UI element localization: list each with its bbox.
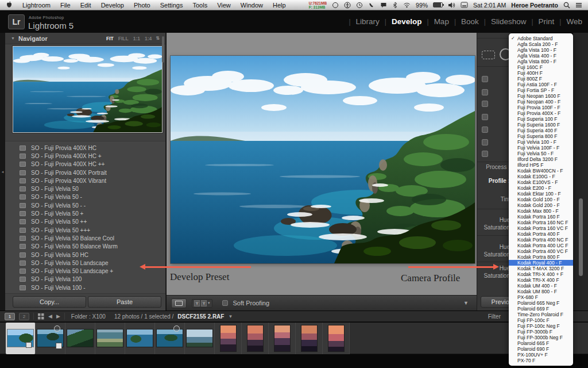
filmstrip-thumbnail[interactable] xyxy=(36,323,65,354)
camera-profile-menu-item[interactable]: Polaroid 665 F xyxy=(509,340,573,346)
navigator-zoom-option[interactable]: FIT xyxy=(106,36,114,41)
camera-profile-menu-item[interactable]: Kodak BW400CN - F xyxy=(509,168,573,174)
camera-profile-menu-item[interactable]: Fuji FP-3000b F xyxy=(509,329,573,335)
camera-profile-menu-item[interactable]: Agfa Vista 400 - F xyxy=(509,53,573,59)
camera-profile-menu-item[interactable]: Ilford Delta 3200 F xyxy=(509,156,573,162)
camera-profile-menu-item[interactable]: Kodak UM 400 - F xyxy=(509,283,573,289)
camera-profile-menu-item[interactable]: Polaroid 690 F xyxy=(509,346,573,352)
phone-icon[interactable] xyxy=(368,2,375,9)
camera-profile-menu-item[interactable]: Fuji 160C F xyxy=(509,64,573,70)
filmstrip-thumbnail[interactable] xyxy=(215,323,242,354)
menubar-item[interactable]: View xyxy=(217,2,231,9)
navigator-zoom-option[interactable]: 1:1 xyxy=(133,36,140,41)
camera-profile-menu-item[interactable]: Time-Zero Polaroid F xyxy=(509,312,573,317)
before-after-button[interactable]: Y Y ▾ xyxy=(192,299,212,308)
camera-profile-menu-item[interactable]: Kodak Portra 160 F xyxy=(509,214,573,220)
navigator-header[interactable]: ▼ Navigator FITFILL1:11:4 ⇅ xyxy=(5,33,165,44)
folder-breadcrumb[interactable]: Folder : X100 xyxy=(71,313,106,320)
navigator-zoom-option[interactable]: FILL xyxy=(118,36,129,41)
menubar-item[interactable]: Lightroom xyxy=(22,2,51,9)
camera-profile-menu-item[interactable]: Polaroid 665 Neg F xyxy=(509,300,573,306)
camera-profile-menu-item[interactable]: Fuji Superia 1600 F xyxy=(509,122,573,128)
next-photo-arrow-icon[interactable]: ▶ xyxy=(56,313,60,319)
preset-item[interactable]: SO - Fuji Provia 400X Vibrant xyxy=(5,177,165,185)
paste-button[interactable]: Paste xyxy=(88,296,161,308)
module-tab[interactable]: | Library xyxy=(343,17,379,26)
module-tab[interactable]: | Web xyxy=(554,17,582,26)
navigator-preview[interactable] xyxy=(13,46,163,133)
presets-scrollbar[interactable] xyxy=(162,36,164,63)
camera-profile-menu-item[interactable]: Fuji Fortia SP - F xyxy=(509,87,573,93)
camera-profile-menu-item[interactable]: Agfa Vista 100 - F xyxy=(509,47,573,53)
camera-profile-menu-item[interactable]: Kodak E100G - F xyxy=(509,174,573,179)
camera-profile-menu-item[interactable]: Polaroid 669 F xyxy=(509,306,573,312)
camera-profile-menu-item[interactable]: Kodak T-MAX 3200 F xyxy=(509,266,573,271)
adjustment-row-icon[interactable] xyxy=(482,151,488,157)
camera-profile-menu-item[interactable]: Fuji FP-100c Neg F xyxy=(509,323,573,329)
module-tab[interactable]: | Book xyxy=(449,17,479,26)
camera-profile-menu-item[interactable]: Kodak TRI-X 400 F xyxy=(509,277,573,283)
menubar-item[interactable]: Develop xyxy=(101,2,124,9)
module-tab[interactable]: | Print xyxy=(526,17,554,26)
left-panel-collapse-strip[interactable]: ◂ xyxy=(0,33,5,310)
main-photo[interactable] xyxy=(171,56,475,263)
preset-item[interactable]: SO - Fuji Velvia 100 - xyxy=(5,283,165,292)
camera-profile-menu-item[interactable]: Ilford HP5 F xyxy=(509,162,573,168)
accessibility-icon[interactable] xyxy=(344,2,351,9)
preset-item[interactable]: SO - Fuji Velvia 50 + xyxy=(5,209,165,217)
camera-profile-menu-item[interactable]: Kodak Portra 400 F xyxy=(509,231,573,237)
camera-profile-menu-item[interactable]: Agfa Scala 200 - F xyxy=(509,41,573,47)
collapse-triangle-icon[interactable]: ▼ xyxy=(11,36,15,40)
camera-profile-menu-item[interactable]: Kodak Gold 200 - F xyxy=(509,202,573,208)
preset-item[interactable]: SO - Fuji Velvia 50 HC xyxy=(5,251,165,259)
filmstrip-thumbnail[interactable] xyxy=(185,323,215,354)
preset-item[interactable]: SO - Fuji Velvia 50 - xyxy=(5,193,165,201)
camera-profile-menu-item[interactable]: Fuji Superia 400 F xyxy=(509,128,573,133)
user-menu[interactable]: Heroe Poetranto xyxy=(511,2,558,9)
camera-profile-menu-item[interactable]: Kodak Portra 160 VC F xyxy=(509,225,573,231)
adjustment-row-icon[interactable] xyxy=(482,114,488,120)
camera-profile-menu-item[interactable]: Kodak Royal 400 - F xyxy=(509,260,573,266)
notification-center-icon[interactable] xyxy=(575,2,582,8)
camera-profile-menu-item[interactable]: Fuji Provia 400X - F xyxy=(509,110,573,116)
module-tab[interactable]: | Slideshow xyxy=(479,17,527,26)
camera-profile-menu-item[interactable]: Fuji FP-3000b Neg F xyxy=(509,335,573,340)
menubar-item[interactable]: File xyxy=(60,2,71,9)
camera-profile-menu-item[interactable]: Kodak E200 - F xyxy=(509,185,573,191)
memory-meter[interactable]: U:7621MB F: 313MB xyxy=(309,1,327,9)
filmstrip-thumbnail[interactable] xyxy=(6,323,36,354)
camera-profile-menu-item[interactable]: Fuji 400H F xyxy=(509,70,573,76)
messages-icon[interactable] xyxy=(380,2,387,9)
camera-profile-menu-item[interactable]: Fuji FP-100c F xyxy=(509,317,573,323)
adjustment-row-icon[interactable] xyxy=(482,139,488,145)
navigator-zoom-option[interactable]: 1:4 xyxy=(145,36,152,41)
adjustment-row-icon[interactable] xyxy=(482,89,488,95)
camera-profile-menu-item[interactable]: Fuji Provia 100F - F xyxy=(509,105,573,110)
crop-tool-icon[interactable] xyxy=(482,51,495,59)
camera-profile-menu-item[interactable]: PX-100UV+ F xyxy=(509,352,573,358)
filmstrip-thumbnail[interactable] xyxy=(95,323,125,354)
menubar-item[interactable]: Tools xyxy=(192,2,207,9)
camera-profile-menu-item[interactable]: PX-680 F xyxy=(509,294,573,300)
preset-item[interactable]: SO - Fuji Provia 400X HC xyxy=(5,144,165,152)
preset-item[interactable]: SO - Fuji Velvia 50 +++ xyxy=(5,226,165,234)
adjustment-row-icon[interactable] xyxy=(482,126,488,133)
volume-icon[interactable] xyxy=(448,2,455,9)
adjustment-row-icon[interactable] xyxy=(482,101,488,107)
toolbar-options-caret-icon[interactable]: ▼ xyxy=(463,300,472,306)
filmstrip-thumbnail[interactable] xyxy=(269,323,296,354)
camera-profile-menu-item[interactable]: Fuji Astia 100F - F xyxy=(509,82,573,87)
menubar-item[interactable]: Photo xyxy=(134,2,150,9)
preset-item[interactable]: SO - Fuji Velvia 100 xyxy=(5,275,165,283)
camera-profile-menu-item[interactable]: Kodak Portra 800 F xyxy=(509,254,573,260)
loupe-view-button[interactable] xyxy=(171,298,187,308)
camera-profile-menu-item[interactable]: Kodak TRI-X 400 + F xyxy=(509,271,573,277)
filter-label[interactable]: Filter xyxy=(488,313,501,320)
camera-profile-menu-item[interactable]: PX-70 F xyxy=(509,358,573,363)
filmstrip-thumbnail[interactable] xyxy=(65,323,95,354)
filmstrip-thumbnail[interactable] xyxy=(323,323,350,354)
camera-profile-menu-item[interactable]: Fuji Velvia 100 - F xyxy=(509,139,573,145)
camera-profile-menu-item[interactable]: Kodak Gold 100 - F xyxy=(509,197,573,202)
camera-profile-menu-item[interactable]: Fuji Velvia 50 - F xyxy=(509,151,573,156)
preset-item[interactable]: SO - Fuji Provia 400X HC + xyxy=(5,152,165,160)
